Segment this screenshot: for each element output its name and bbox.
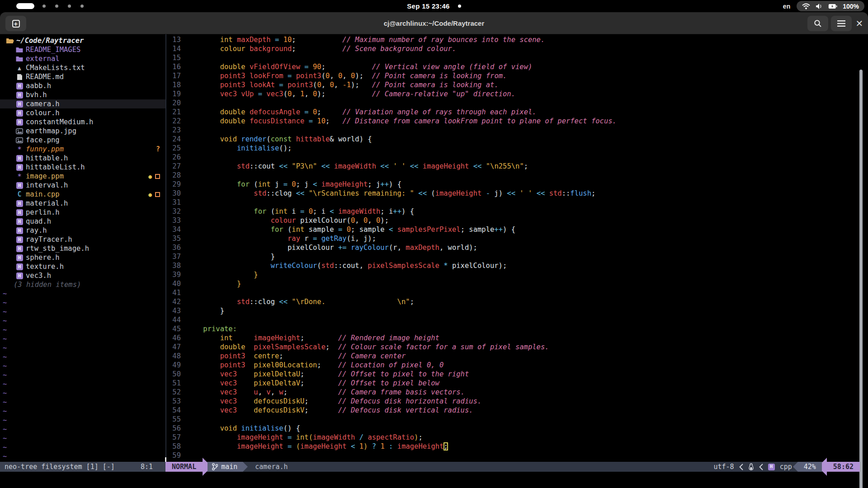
code-editor[interactable]: 13 int maxDepth = 10; // Maximum number …	[167, 34, 859, 462]
close-window-button[interactable]: ✕	[853, 16, 866, 31]
header-file-icon: H	[16, 119, 23, 126]
tree-item-readme.md[interactable]: README.md	[0, 72, 165, 81]
code-line-57[interactable]: 57 imageHeight = int(imageWidth / aspect…	[167, 433, 423, 442]
code-line-41[interactable]: 41	[167, 288, 186, 297]
tree-item-cmakelists.txt[interactable]: ▲CMakeLists.txt	[0, 63, 165, 72]
code-line-25[interactable]: 25 initialise();	[167, 144, 292, 153]
code-line-38[interactable]: 38 writeColour(std::cout, pixelSamplesSc…	[167, 261, 507, 270]
code-line-39[interactable]: 39 }	[167, 270, 258, 279]
tree-item-label: quad.h	[26, 217, 51, 225]
code-line-43[interactable]: 43 }	[167, 306, 224, 315]
code-line-47[interactable]: 47 double pixelSamplesScale; // Colour s…	[167, 343, 549, 352]
tree-item-colour.h[interactable]: Hcolour.h	[0, 108, 165, 117]
code-line-27[interactable]: 27 std::cout << "P3\n" << imageWidth << …	[167, 162, 528, 171]
tree-item-quad.h[interactable]: Hquad.h	[0, 217, 165, 226]
code-line-23[interactable]: 23	[167, 126, 186, 135]
tree-item-earthmap.jpg[interactable]: earthmap.jpg	[0, 127, 165, 136]
code-line-17[interactable]: 17 point3 lookFrom = point3(0, 0, 0); //…	[167, 71, 507, 80]
code-line-36[interactable]: 36 pixelColour += rayColour(r, maxDepth,…	[167, 243, 477, 252]
code-line-24[interactable]: 24 void render(const hittable& world) {	[167, 135, 372, 144]
tree-item-hittablelist.h[interactable]: HhittableList.h	[0, 163, 165, 172]
git-branch-name: main	[221, 462, 237, 472]
tree-item-constantmedium.h[interactable]: HconstantMedium.h	[0, 117, 165, 127]
code-line-29[interactable]: 29 for (int j = 0; j < imageHeight; j++)…	[167, 180, 401, 189]
clock[interactable]: Sep 15 23:46	[407, 2, 450, 10]
tree-item-external[interactable]: external	[0, 54, 165, 63]
tree-item-image.ppm[interactable]: *image.ppm●	[0, 172, 165, 181]
tree-item-interval.h[interactable]: Hinterval.h	[0, 181, 165, 190]
input-language-indicator[interactable]: en	[783, 3, 790, 10]
tree-item-camera.h[interactable]: Hcamera.h	[0, 99, 165, 108]
tree-item-vec3.h[interactable]: Hvec3.h	[0, 271, 165, 280]
code-line-13[interactable]: 13 int maxDepth = 10; // Maximum number …	[167, 35, 545, 44]
code-line-49[interactable]: 49 point3 pixel00Location; // Location o…	[167, 361, 443, 370]
code-line-15[interactable]: 15	[167, 53, 186, 62]
clock-area[interactable]: Sep 15 23:46	[0, 0, 868, 12]
code-line-55[interactable]: 55	[167, 415, 186, 424]
code-line-46[interactable]: 46 int imageHeight; // Rendered image he…	[167, 333, 439, 343]
code-line-54[interactable]: 54 vec3 defocusDiskV; // Defocus disk ve…	[167, 406, 473, 415]
code-line-16[interactable]: 16 double vFieldOfView = 90; // Vertical…	[167, 62, 532, 71]
tree-item-material.h[interactable]: Hmaterial.h	[0, 199, 165, 208]
scrollbar[interactable]	[859, 70, 863, 488]
tree-item-texture.h[interactable]: Htexture.h	[0, 262, 165, 271]
tree-item-hittable.h[interactable]: Hhittable.h	[0, 154, 165, 163]
code-text: std::clog << "\rDone. \n";	[186, 297, 414, 306]
linux-tux-icon	[748, 463, 754, 470]
code-text: vec3 pixelDeltaV; // Offset to pixel bel…	[186, 379, 439, 388]
code-line-45[interactable]: 45 private:	[167, 324, 237, 333]
code-line-31[interactable]: 31	[167, 198, 186, 207]
code-line-34[interactable]: 34 for (int sample = 0; sample < samples…	[167, 225, 515, 234]
system-tray[interactable]: en 100%	[783, 1, 864, 11]
code-line-51[interactable]: 51 vec3 pixelDeltaV; // Offset to pixel …	[167, 379, 439, 388]
tree-item-funny.ppm[interactable]: *funny.ppm?	[0, 145, 165, 154]
code-line-33[interactable]: 33 colour pixelColour(0, 0, 0);	[167, 216, 389, 225]
code-line-35[interactable]: 35 ray r = getRay(i, j);	[167, 234, 376, 243]
code-line-30[interactable]: 30 std::clog << "\rScanlines remaining: …	[167, 189, 595, 198]
code-line-42[interactable]: 42 std::clog << "\rDone. \n";	[167, 297, 414, 306]
git-branch-icon	[212, 463, 218, 470]
code-line-21[interactable]: 21 double defocusAngle = 0; // Variation…	[167, 108, 537, 117]
code-line-58[interactable]: 58 imageHeight = (imageHeight < 1) ? 1 :…	[167, 442, 448, 451]
tree-item-label: ~/Code/Raytracer	[16, 37, 84, 45]
code-line-52[interactable]: 52 vec3 u, v, w; // Camera frame basis v…	[167, 388, 465, 397]
code-line-20[interactable]: 20	[167, 99, 186, 108]
code-line-50[interactable]: 50 vec3 pixelDeltaU; // Offset to pixel …	[167, 370, 469, 379]
tree-item--code-raytracer[interactable]: ~/Code/Raytracer	[0, 36, 165, 45]
tree-item-bvh.h[interactable]: Hbvh.h	[0, 90, 165, 99]
code-line-37[interactable]: 37 }	[167, 252, 275, 261]
empty-line-tilde: ~	[3, 434, 12, 443]
tree-item--3-hidden-items-[interactable]: (3 hidden items)	[0, 280, 165, 289]
code-line-53[interactable]: 53 vec3 defocusDiskU; // Defocus disk ho…	[167, 397, 481, 406]
code-line-40[interactable]: 40 }	[167, 279, 241, 288]
line-number: 59	[167, 451, 181, 460]
code-line-28[interactable]: 28	[167, 171, 186, 180]
tree-item-face.png[interactable]: face.png	[0, 136, 165, 145]
code-line-32[interactable]: 32 for (int i = 0; i < imageWidth; i++) …	[167, 207, 414, 216]
code-line-22[interactable]: 22 double focusDistance = 10; // Distanc…	[167, 117, 617, 126]
tree-item-label: face.png	[26, 136, 60, 144]
tree-item-aabb.h[interactable]: Haabb.h	[0, 81, 165, 90]
tree-item-ray.h[interactable]: Hray.h	[0, 226, 165, 235]
empty-line-tilde: ~	[3, 443, 12, 452]
code-line-19[interactable]: 19 vec3 vUp = vec3(0, 1, 0); // Camera-r…	[167, 89, 515, 99]
code-line-18[interactable]: 18 point3 lookAt = point3(0, 0, -1); // …	[167, 80, 499, 89]
search-button[interactable]	[807, 16, 828, 31]
tree-item-label: CMakeLists.txt	[26, 64, 85, 72]
code-line-44[interactable]: 44	[167, 315, 186, 324]
code-line-56[interactable]: 56 void initialise() {	[167, 424, 300, 433]
tree-item-raytracer.h[interactable]: HrayTracer.h	[0, 235, 165, 244]
tree-item-main.cpp[interactable]: Cmain.cpp●	[0, 190, 165, 199]
header-file-icon: H	[16, 200, 23, 207]
tree-item-perlin.h[interactable]: Hperlin.h	[0, 208, 165, 217]
quick-settings-pill[interactable]: 100%	[797, 1, 864, 11]
menu-button[interactable]	[831, 16, 852, 31]
code-line-26[interactable]: 26	[167, 153, 186, 162]
tree-item-readme-images[interactable]: README_IMAGES	[0, 45, 165, 54]
code-line-59[interactable]: 59	[167, 451, 186, 460]
file-tree[interactable]: ~/Code/RaytracerREADME_IMAGESexternal▲CM…	[0, 34, 165, 462]
code-line-14[interactable]: 14 colour background; // Scene backgroun…	[167, 44, 456, 53]
code-line-48[interactable]: 48 point3 centre; // Camera center	[167, 352, 406, 361]
tree-item-sphere.h[interactable]: Hsphere.h	[0, 253, 165, 262]
tree-item-rtw-stb-image.h[interactable]: Hrtw_stb_image.h	[0, 244, 165, 253]
